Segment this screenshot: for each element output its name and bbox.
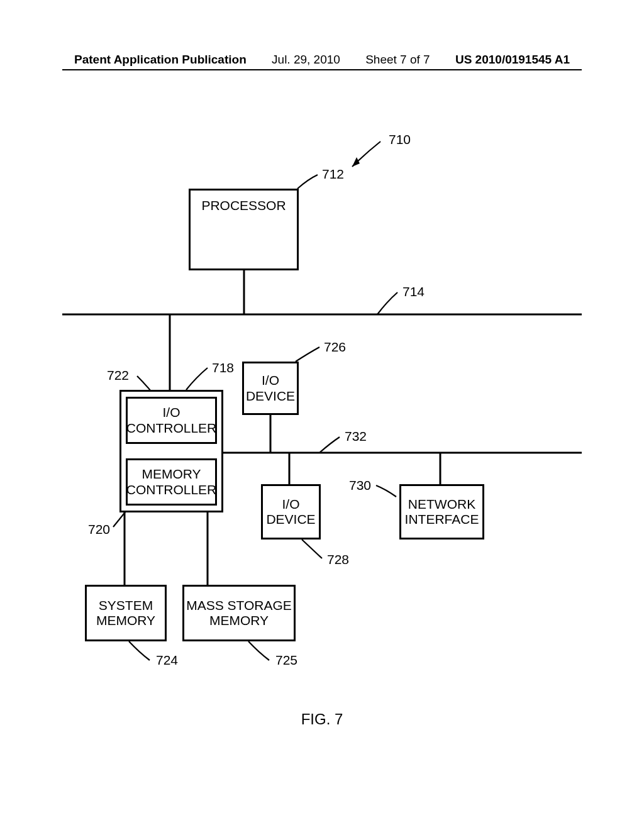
header-rule <box>62 69 582 70</box>
system-memory-l1: SYSTEM <box>99 598 153 613</box>
mass-storage-l1: MASS STORAGE <box>186 598 292 613</box>
io-controller-l2: CONTROLLER <box>126 421 217 436</box>
mass-storage-block: MASS STORAGE MEMORY <box>182 585 296 641</box>
network-interface-l2: INTERFACE <box>405 512 479 527</box>
io-device-728-l2: DEVICE <box>266 512 315 527</box>
processor-label: PROCESSOR <box>201 198 286 213</box>
io-device-728-l1: I/O <box>282 497 299 512</box>
io-controller-l1: I/O <box>162 405 180 420</box>
ref-712: 712 <box>322 167 344 182</box>
memory-controller-l1: MEMORY <box>142 467 201 482</box>
io-device-728-block: I/O DEVICE <box>261 484 321 540</box>
memory-controller-l2: CONTROLLER <box>126 482 217 497</box>
header-pubno: US 2010/0191545 A1 <box>455 53 570 67</box>
network-interface-block: NETWORK INTERFACE <box>399 484 484 540</box>
ref-718: 718 <box>212 360 234 375</box>
ref-726: 726 <box>324 340 346 355</box>
figure-caption: FIG. 7 <box>0 711 644 728</box>
diagram-connectors <box>0 0 644 830</box>
ref-728: 728 <box>327 552 349 567</box>
ref-724: 724 <box>156 653 178 668</box>
ref-720: 720 <box>88 522 110 537</box>
ref-714: 714 <box>402 284 425 299</box>
processor-block: PROCESSOR <box>189 189 299 270</box>
chipset-container: I/O CONTROLLER MEMORY CONTROLLER <box>119 390 223 512</box>
ref-722: 722 <box>107 368 129 383</box>
mass-storage-l2: MEMORY <box>209 613 269 628</box>
io-device-726-block: I/O DEVICE <box>242 362 299 415</box>
memory-controller-block: MEMORY CONTROLLER <box>126 458 217 506</box>
io-device-726-l1: I/O <box>262 373 279 388</box>
system-memory-l2: MEMORY <box>96 613 155 628</box>
header-publication: Patent Application Publication <box>74 53 247 67</box>
ref-710: 710 <box>389 132 411 147</box>
io-controller-block: I/O CONTROLLER <box>126 397 217 444</box>
io-device-726-l2: DEVICE <box>246 389 295 404</box>
header-sheet: Sheet 7 of 7 <box>365 53 430 67</box>
ref-725: 725 <box>275 653 297 668</box>
ref-732: 732 <box>345 429 367 444</box>
system-memory-block: SYSTEM MEMORY <box>85 585 167 641</box>
svg-marker-0 <box>352 157 360 167</box>
header-date: Jul. 29, 2010 <box>272 53 340 67</box>
ref-730: 730 <box>349 478 371 493</box>
page-header: Patent Application Publication Jul. 29, … <box>0 53 644 67</box>
network-interface-l1: NETWORK <box>408 497 475 512</box>
